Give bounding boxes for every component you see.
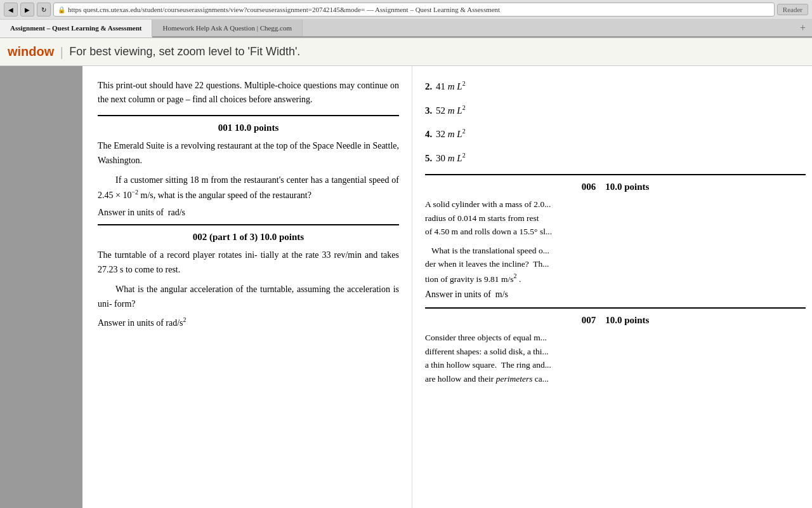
q002-text1: The turntable of a record player rotates…	[98, 248, 399, 277]
tab-add-button[interactable]: +	[794, 20, 812, 36]
q007-text: Consider three objects of equal m... dif…	[425, 331, 806, 385]
address-bar[interactable]: 🔒 https quest.cns.utexas.edu/student/cou…	[53, 3, 775, 17]
divider-006	[425, 174, 806, 175]
q007-header: 007 10.0 points	[425, 315, 806, 326]
reader-button[interactable]: Reader	[777, 4, 808, 15]
q002-text2: What is the angular acceleration of the …	[98, 282, 399, 311]
window-label: window	[8, 44, 54, 59]
page-content: This print-out should have 22 questions.…	[82, 66, 812, 508]
tab-chegg[interactable]: Homework Help Ask A Question | Chegg.com	[152, 20, 303, 36]
answer-choice-5: 5. 30 m L2	[425, 150, 806, 166]
q006-text: A solid cylinder with a mass of 2.0... r…	[425, 197, 806, 239]
forward-button[interactable]: ▶	[20, 3, 34, 17]
banner-message: For best viewing, set zoom level to 'Fit…	[69, 45, 300, 58]
top-banner: window | For best viewing, set zoom leve…	[0, 38, 812, 66]
divider-002	[98, 224, 399, 225]
browser-chrome: ◀ ▶ ↻ 🔒 https quest.cns.utexas.edu/stude…	[0, 0, 812, 38]
content-area: This print-out should have 22 questions.…	[0, 66, 812, 508]
q006-answer: Answer in units of m/s	[425, 290, 806, 300]
answer-choice-2: 2. 41 m L2	[425, 79, 806, 94]
q006-header: 006 10.0 points	[425, 182, 806, 192]
q002-answer: Answer in units of rad/s2	[98, 316, 399, 328]
tab-assignment[interactable]: Assignment – Quest Learning & Assessment	[0, 20, 152, 37]
q001-text2: If a customer sitting 18 m from the rest…	[98, 173, 399, 203]
divider-001	[98, 115, 399, 116]
answer-choice-4: 4. 32 m L2	[425, 126, 806, 142]
q001-answer: Answer in units of rad/s	[98, 208, 399, 218]
left-column: This print-out should have 22 questions.…	[82, 66, 412, 508]
q001-header: 001 10.0 points	[98, 123, 399, 133]
url-text: https quest.cns.utexas.edu/student/cours…	[68, 6, 500, 13]
answer-choices: 2. 41 m L2 3. 52 m L2 4. 32 m L2 5. 30 m…	[425, 79, 806, 165]
q002-header: 002 (part 1 of 3) 10.0 points	[98, 232, 399, 243]
nav-bar: ◀ ▶ ↻ 🔒 https quest.cns.utexas.edu/stude…	[0, 0, 812, 20]
q006-text2: What is the translational speed o... der…	[425, 244, 806, 286]
q001-text1: The Emerald Suite is a revolving restaur…	[98, 138, 399, 168]
back-button[interactable]: ◀	[4, 3, 18, 17]
refresh-button[interactable]: ↻	[37, 3, 51, 17]
answer-choice-3: 3. 52 m L2	[425, 103, 806, 118]
right-column: 2. 41 m L2 3. 52 m L2 4. 32 m L2 5. 30 m…	[412, 66, 812, 508]
divider-007	[425, 307, 806, 309]
separator: |	[60, 44, 63, 59]
tabs-bar: Assignment – Quest Learning & Assessment…	[0, 20, 812, 37]
intro-text: This print-out should have 22 questions.…	[98, 79, 399, 107]
sidebar	[0, 66, 82, 508]
lock-icon: 🔒	[58, 6, 65, 13]
